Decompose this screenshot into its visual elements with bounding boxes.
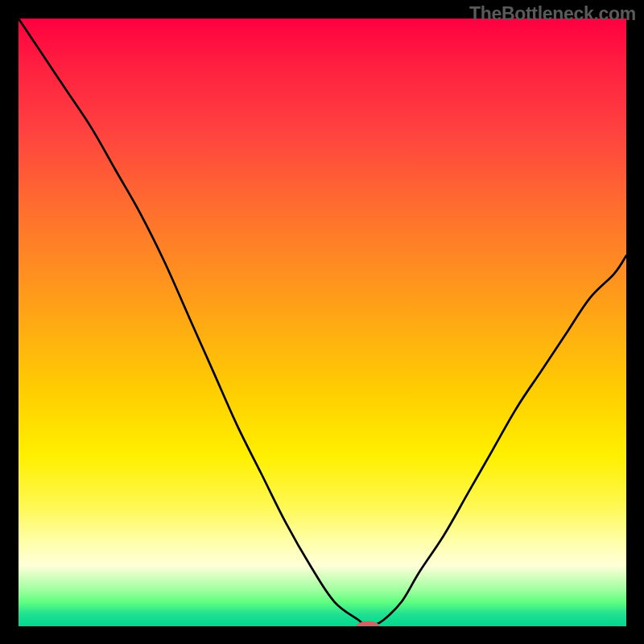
chart-plot-area — [19, 19, 626, 626]
chart-frame: TheBottleneck.com — [0, 0, 644, 644]
source-watermark: TheBottleneck.com — [469, 3, 636, 25]
chart-svg — [19, 19, 626, 626]
bottleneck-curve — [19, 19, 626, 626]
